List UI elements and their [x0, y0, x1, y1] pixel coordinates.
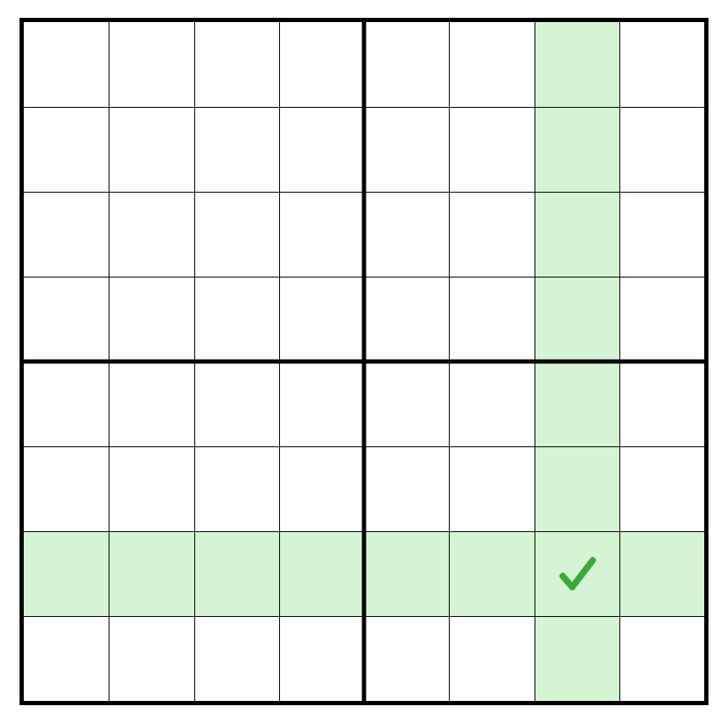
check-cell: [535, 531, 619, 616]
grid-line-horizontal: [24, 446, 704, 447]
checkmark-icon: [553, 550, 601, 597]
grid-line-vertical: [449, 22, 450, 701]
block-divider-horizontal: [24, 360, 704, 364]
grid-container: [20, 18, 708, 705]
grid-line-vertical: [619, 22, 620, 701]
grid-line-horizontal: [24, 616, 704, 617]
